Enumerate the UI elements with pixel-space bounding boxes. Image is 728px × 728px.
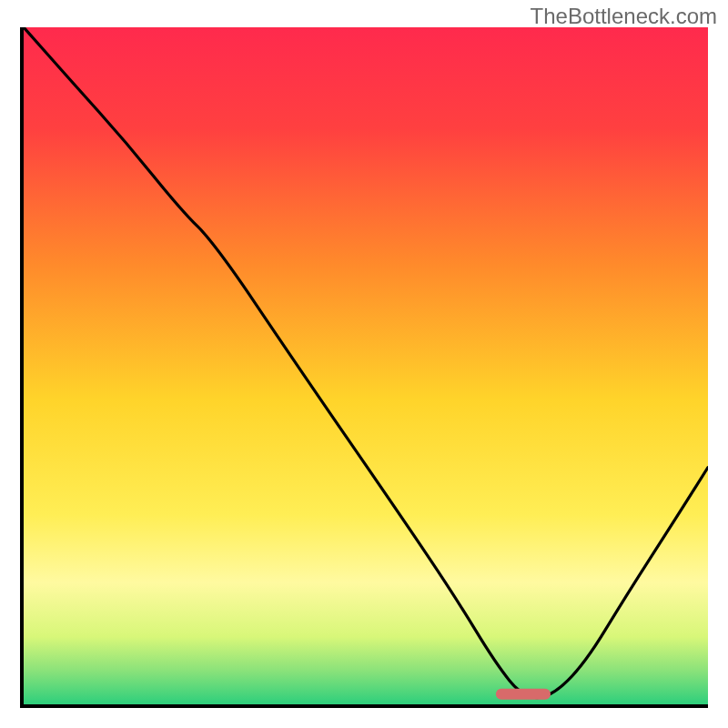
gradient-background xyxy=(24,27,708,704)
plot-svg xyxy=(24,27,708,704)
chart-container: TheBottleneck.com xyxy=(0,0,728,728)
watermark-text: TheBottleneck.com xyxy=(531,4,717,29)
plot-area xyxy=(20,27,708,708)
optimal-marker xyxy=(496,689,551,700)
